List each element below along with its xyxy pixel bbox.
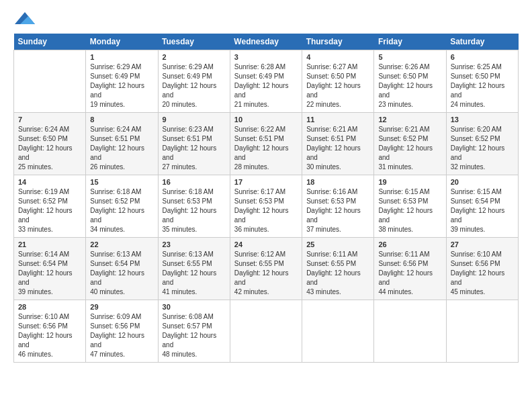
cell-sun-info: Sunrise: 6:18 AMSunset: 6:52 PMDaylight:…	[90, 187, 153, 234]
daylight-text: Daylight: 12 hours and40 minutes.	[90, 269, 144, 295]
sunrise-text: Sunrise: 6:20 AM	[451, 126, 502, 133]
cell-day-number: 8	[90, 116, 153, 124]
day-cell: 10Sunrise: 6:22 AMSunset: 6:51 PMDayligh…	[230, 113, 302, 175]
cell-day-number: 25	[306, 240, 369, 248]
daylight-text: Daylight: 12 hours and45 minutes.	[451, 269, 505, 295]
cell-day-number: 3	[234, 53, 298, 61]
day-cell: 2Sunrise: 6:29 AMSunset: 6:49 PMDaylight…	[158, 50, 230, 113]
day-cell	[374, 300, 446, 363]
day-cell	[14, 50, 86, 113]
day-cell: 3Sunrise: 6:28 AMSunset: 6:49 PMDaylight…	[230, 50, 302, 113]
cell-day-number: 29	[90, 303, 153, 311]
sunset-text: Sunset: 6:56 PM	[18, 322, 68, 330]
daylight-text: Daylight: 12 hours and35 minutes.	[163, 207, 217, 233]
day-cell: 4Sunrise: 6:27 AMSunset: 6:50 PMDaylight…	[302, 50, 374, 113]
daylight-text: Daylight: 12 hours and20 minutes.	[163, 82, 217, 108]
sunrise-text: Sunrise: 6:10 AM	[451, 250, 502, 258]
daylight-text: Daylight: 12 hours and41 minutes.	[163, 269, 217, 295]
logo	[13, 11, 35, 27]
sunset-text: Sunset: 6:56 PM	[451, 260, 500, 267]
cell-sun-info: Sunrise: 6:16 AMSunset: 6:53 PMDaylight:…	[306, 187, 369, 234]
cell-day-number: 21	[18, 240, 81, 248]
header-row: SundayMondayTuesdayWednesdayThursdayFrid…	[14, 34, 519, 50]
cell-sun-info: Sunrise: 6:13 AMSunset: 6:55 PMDaylight:…	[163, 250, 226, 297]
day-cell: 17Sunrise: 6:17 AMSunset: 6:53 PMDayligh…	[230, 175, 302, 238]
cell-sun-info: Sunrise: 6:21 AMSunset: 6:52 PMDaylight:…	[378, 125, 441, 172]
cell-sun-info: Sunrise: 6:29 AMSunset: 6:49 PMDaylight:…	[163, 62, 226, 109]
cell-day-number: 19	[378, 178, 441, 186]
day-cell: 5Sunrise: 6:26 AMSunset: 6:50 PMDaylight…	[374, 50, 446, 113]
sunset-text: Sunset: 6:54 PM	[90, 260, 140, 267]
day-cell: 11Sunrise: 6:21 AMSunset: 6:51 PMDayligh…	[302, 113, 374, 175]
sunrise-text: Sunrise: 6:29 AM	[90, 63, 141, 71]
daylight-text: Daylight: 12 hours and22 minutes.	[306, 82, 361, 108]
day-cell: 26Sunrise: 6:11 AMSunset: 6:56 PMDayligh…	[374, 238, 446, 300]
sunset-text: Sunset: 6:57 PM	[163, 322, 212, 330]
cell-day-number: 9	[163, 116, 226, 124]
sunset-text: Sunset: 6:49 PM	[163, 73, 212, 80]
cell-day-number: 18	[306, 178, 369, 186]
day-cell: 8Sunrise: 6:24 AMSunset: 6:51 PMDaylight…	[86, 113, 158, 175]
daylight-text: Daylight: 12 hours and39 minutes.	[451, 207, 505, 233]
cell-sun-info: Sunrise: 6:14 AMSunset: 6:54 PMDaylight:…	[18, 250, 81, 297]
header-cell-sunday: Sunday	[14, 34, 86, 50]
daylight-text: Daylight: 12 hours and32 minutes.	[451, 144, 505, 171]
day-cell	[446, 300, 518, 363]
day-cell: 21Sunrise: 6:14 AMSunset: 6:54 PMDayligh…	[14, 238, 86, 300]
sunrise-text: Sunrise: 6:13 AM	[90, 250, 141, 258]
cell-day-number: 27	[451, 240, 514, 248]
day-cell: 23Sunrise: 6:13 AMSunset: 6:55 PMDayligh…	[158, 238, 230, 300]
cell-day-number: 12	[378, 116, 441, 124]
sunrise-text: Sunrise: 6:15 AM	[451, 188, 502, 195]
cell-day-number: 28	[18, 303, 81, 311]
daylight-text: Daylight: 12 hours and38 minutes.	[378, 207, 433, 233]
sunrise-text: Sunrise: 6:23 AM	[163, 126, 214, 133]
daylight-text: Daylight: 12 hours and47 minutes.	[90, 332, 144, 358]
sunrise-text: Sunrise: 6:27 AM	[306, 63, 357, 71]
sunrise-text: Sunrise: 6:08 AM	[163, 313, 214, 320]
daylight-text: Daylight: 12 hours and21 minutes.	[234, 82, 289, 108]
daylight-text: Daylight: 12 hours and25 minutes.	[18, 144, 73, 171]
sunrise-text: Sunrise: 6:14 AM	[18, 250, 69, 258]
day-cell: 18Sunrise: 6:16 AMSunset: 6:53 PMDayligh…	[302, 175, 374, 238]
logo-icon	[15, 11, 35, 27]
header-cell-monday: Monday	[86, 34, 158, 50]
cell-sun-info: Sunrise: 6:10 AMSunset: 6:56 PMDaylight:…	[451, 250, 514, 297]
sunrise-text: Sunrise: 6:18 AM	[90, 188, 141, 195]
week-row-1: 1Sunrise: 6:29 AMSunset: 6:49 PMDaylight…	[14, 50, 519, 113]
daylight-text: Daylight: 12 hours and26 minutes.	[90, 144, 144, 171]
cell-day-number: 17	[234, 178, 298, 186]
cell-sun-info: Sunrise: 6:18 AMSunset: 6:53 PMDaylight:…	[163, 187, 226, 234]
sunset-text: Sunset: 6:51 PM	[163, 135, 212, 142]
day-cell: 9Sunrise: 6:23 AMSunset: 6:51 PMDaylight…	[158, 113, 230, 175]
sunset-text: Sunset: 6:53 PM	[163, 197, 212, 205]
day-cell: 29Sunrise: 6:09 AMSunset: 6:56 PMDayligh…	[86, 300, 158, 363]
sunrise-text: Sunrise: 6:17 AM	[234, 188, 285, 195]
cell-sun-info: Sunrise: 6:26 AMSunset: 6:50 PMDaylight:…	[378, 62, 441, 109]
sunset-text: Sunset: 6:52 PM	[90, 197, 140, 205]
sunset-text: Sunset: 6:51 PM	[90, 135, 140, 142]
cell-day-number: 30	[163, 303, 226, 311]
week-row-3: 14Sunrise: 6:19 AMSunset: 6:52 PMDayligh…	[14, 175, 519, 238]
cell-sun-info: Sunrise: 6:27 AMSunset: 6:50 PMDaylight:…	[306, 62, 369, 109]
cell-sun-info: Sunrise: 6:15 AMSunset: 6:53 PMDaylight:…	[378, 187, 441, 234]
day-cell	[302, 300, 374, 363]
sunrise-text: Sunrise: 6:24 AM	[90, 126, 141, 133]
cell-sun-info: Sunrise: 6:24 AMSunset: 6:51 PMDaylight:…	[90, 125, 153, 172]
sunrise-text: Sunrise: 6:15 AM	[378, 188, 429, 195]
sunrise-text: Sunrise: 6:11 AM	[306, 250, 357, 258]
cell-day-number: 2	[163, 53, 226, 61]
header-cell-saturday: Saturday	[446, 34, 518, 50]
calendar-table: SundayMondayTuesdayWednesdayThursdayFrid…	[13, 34, 519, 363]
sunrise-text: Sunrise: 6:16 AM	[306, 188, 357, 195]
daylight-text: Daylight: 12 hours and33 minutes.	[18, 207, 73, 233]
cell-day-number: 4	[306, 53, 369, 61]
sunrise-text: Sunrise: 6:09 AM	[90, 313, 141, 320]
daylight-text: Daylight: 12 hours and44 minutes.	[378, 269, 433, 295]
header-cell-friday: Friday	[374, 34, 446, 50]
daylight-text: Daylight: 12 hours and46 minutes.	[18, 332, 73, 358]
sunset-text: Sunset: 6:49 PM	[234, 73, 284, 80]
daylight-text: Daylight: 12 hours and36 minutes.	[234, 207, 289, 233]
sunrise-text: Sunrise: 6:18 AM	[163, 188, 214, 195]
daylight-text: Daylight: 12 hours and31 minutes.	[378, 144, 433, 171]
